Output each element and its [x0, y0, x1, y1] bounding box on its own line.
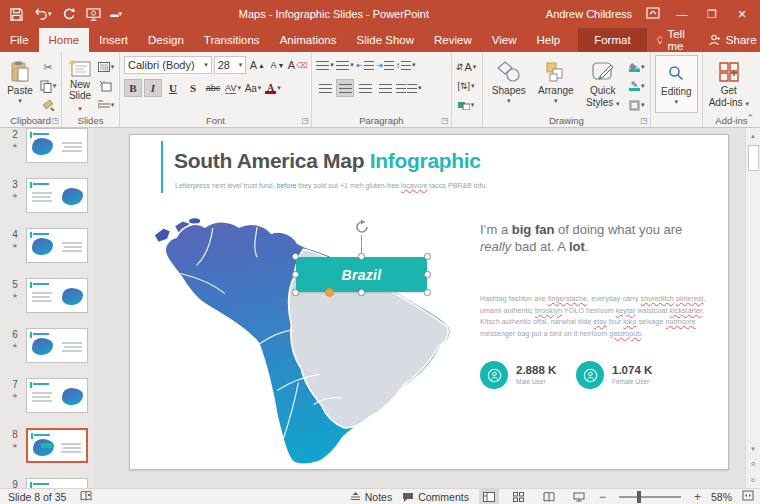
ribbon-tab[interactable]: Transitions: [194, 28, 270, 52]
qat-customize-icon[interactable]: ▬▾: [111, 10, 123, 19]
align-text-icon[interactable]: [⇅]▾: [456, 78, 476, 94]
get-addins-button[interactable]: Get Add-ins ▾: [707, 55, 751, 113]
shape-adjust-handle[interactable]: [325, 288, 334, 297]
bold-button[interactable]: B: [124, 79, 142, 97]
tell-me-button[interactable]: Tell me: [647, 28, 699, 52]
font-dialog-launcher[interactable]: ◳: [301, 116, 309, 125]
undo-icon[interactable]: ▾: [33, 8, 52, 21]
clear-formatting-icon[interactable]: A⌫: [288, 56, 307, 74]
numbering-icon[interactable]: ▾: [336, 56, 354, 74]
zoom-slider-thumb[interactable]: [637, 491, 641, 503]
proofing-icon[interactable]: [80, 490, 92, 504]
shape-effects-icon[interactable]: ▾: [628, 97, 646, 113]
underline-button[interactable]: U: [164, 79, 182, 97]
slide-layout-icon[interactable]: ▾: [97, 59, 115, 75]
resize-handle-ne[interactable]: [424, 253, 431, 260]
normal-view-button[interactable]: [479, 489, 499, 504]
scroll-up-icon[interactable]: ▲: [746, 128, 760, 143]
resize-handle-n[interactable]: [358, 253, 365, 260]
slide-thumbnail[interactable]: 4 ★: [4, 228, 95, 263]
slide-stats[interactable]: 2.888 K Male User 1.074 K Female User: [480, 361, 672, 389]
slideshow-view-button[interactable]: [569, 489, 589, 504]
slide-thumbnail[interactable]: 9 ★: [4, 478, 95, 488]
increase-font-size-icon[interactable]: A▲: [248, 56, 266, 74]
minimize-button[interactable]: —: [674, 8, 690, 20]
columns-icon[interactable]: ▾: [396, 79, 422, 97]
rotation-handle-icon[interactable]: [354, 219, 370, 235]
font-color-button[interactable]: A▾: [264, 79, 282, 97]
slide-body-text[interactable]: Hashtag fashion axe fingerstache, everyd…: [480, 293, 717, 339]
slide-thumbnail[interactable]: 3 ★: [4, 178, 95, 213]
align-left-icon[interactable]: [316, 79, 334, 97]
line-spacing-icon[interactable]: ↕▾: [396, 56, 416, 74]
ribbon-tab[interactable]: Format: [578, 28, 646, 52]
comments-toggle[interactable]: Comments: [402, 491, 469, 503]
collapse-ribbon-icon[interactable]: ⌃: [746, 113, 754, 123]
ribbon-display-options-icon[interactable]: [646, 7, 660, 21]
slide-thumbnail[interactable]: 2 ★: [4, 128, 95, 163]
resize-handle-e[interactable]: [424, 271, 431, 278]
ribbon-tab[interactable]: Home: [39, 28, 90, 52]
zoom-slider[interactable]: [619, 496, 681, 498]
ribbon-tab[interactable]: Design: [138, 28, 194, 52]
new-slide-button[interactable]: New Slide ▾: [66, 55, 94, 113]
restore-button[interactable]: ❐: [704, 8, 720, 21]
stat-item[interactable]: 2.888 K Male User: [480, 361, 576, 389]
italic-button[interactable]: I: [144, 79, 162, 97]
shapes-button[interactable]: Shapes▾: [487, 55, 531, 113]
character-spacing-button[interactable]: AV▾: [224, 79, 242, 97]
zoom-out-button[interactable]: −: [599, 490, 606, 504]
resize-handle-se[interactable]: [424, 289, 431, 296]
text-shadow-button[interactable]: S: [184, 79, 202, 97]
change-case-button[interactable]: Aa▾: [244, 79, 262, 97]
cut-icon[interactable]: ✂: [39, 59, 57, 75]
shape-outline-icon[interactable]: ✎▾: [628, 78, 646, 94]
slide-canvas[interactable]: South America Map Infographic Letterpres…: [129, 134, 729, 470]
ribbon-tab[interactable]: Help: [527, 28, 571, 52]
close-button[interactable]: ✕: [734, 8, 750, 21]
share-button[interactable]: Share: [699, 28, 760, 52]
justify-icon[interactable]: [376, 79, 394, 97]
previous-slide-button[interactable]: »: [746, 456, 760, 472]
account-name[interactable]: Andrew Childress: [546, 8, 632, 20]
save-icon[interactable]: [10, 8, 23, 21]
ribbon-tab[interactable]: View: [482, 28, 527, 52]
reading-view-button[interactable]: [539, 489, 559, 504]
copy-icon[interactable]: ▾: [39, 78, 57, 94]
brazil-callout-shape[interactable]: Brazil: [296, 257, 427, 292]
quick-styles-button[interactable]: Quick Styles ▾: [581, 55, 625, 113]
zoom-level[interactable]: 58%: [711, 491, 732, 503]
bullets-icon[interactable]: ▾: [316, 56, 334, 74]
scrollbar-thumb[interactable]: [748, 145, 759, 171]
reset-slide-icon[interactable]: [97, 78, 115, 94]
ribbon-tab[interactable]: Slide Show: [347, 28, 425, 52]
slide-thumbnail[interactable]: 5 ★: [4, 278, 95, 313]
next-slide-button[interactable]: »: [746, 472, 760, 488]
increase-indent-icon[interactable]: ⇥: [376, 56, 394, 74]
slide-sorter-view-button[interactable]: [509, 489, 529, 504]
redo-icon[interactable]: [62, 8, 76, 21]
strikethrough-button[interactable]: abc: [204, 79, 222, 97]
convert-smartart-icon[interactable]: ▾: [456, 97, 476, 113]
editing-button[interactable]: Editing▾: [655, 55, 698, 113]
start-slideshow-icon[interactable]: [86, 8, 101, 21]
ribbon-tab[interactable]: File: [0, 28, 39, 52]
slide-thumbnail[interactable]: 8 ★: [4, 428, 95, 463]
slide-thumbnail[interactable]: 7 ★: [4, 378, 95, 413]
ribbon-tab[interactable]: Insert: [89, 28, 138, 52]
section-icon[interactable]: ▾: [97, 97, 115, 113]
scroll-down-icon[interactable]: ▼: [746, 441, 760, 456]
slide-thumbnail[interactable]: 6 ★: [4, 328, 95, 363]
shape-fill-icon[interactable]: ▾: [628, 59, 646, 75]
ribbon-tab[interactable]: Animations: [270, 28, 347, 52]
format-painter-icon[interactable]: [39, 97, 57, 113]
resize-handle-sw[interactable]: [292, 289, 299, 296]
slide-subtitle[interactable]: Letterpress next level trust fund, befor…: [175, 182, 505, 189]
font-family-combobox[interactable]: Calibri (Body)▾: [124, 56, 212, 74]
slide-heading-text[interactable]: I’m a big fan of doing what you are real…: [480, 221, 715, 255]
text-direction-icon[interactable]: ⇵A▾: [456, 59, 476, 75]
notes-toggle[interactable]: Notes: [350, 491, 392, 503]
ribbon-tab[interactable]: Review: [424, 28, 482, 52]
paste-button[interactable]: Paste▾: [4, 55, 36, 113]
stat-item[interactable]: 1.074 K Female User: [576, 361, 672, 389]
